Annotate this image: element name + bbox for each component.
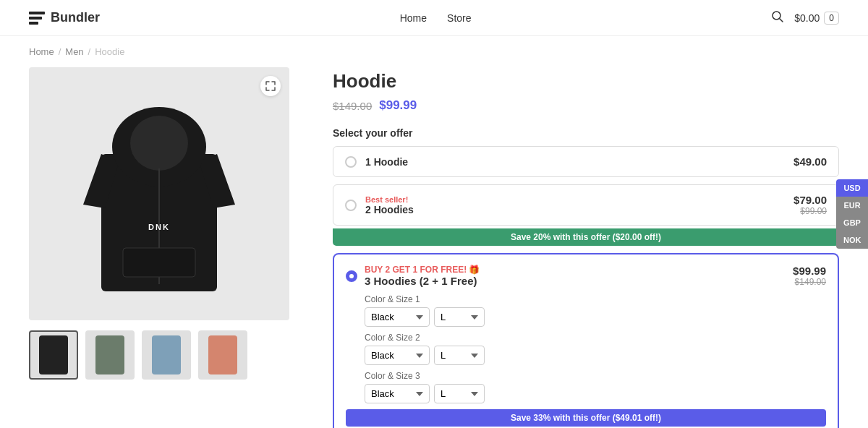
cart-badge: 0 xyxy=(824,12,839,25)
offer-card-1-content: 1 Hoodie xyxy=(365,156,785,168)
cart-price: $0.00 xyxy=(794,12,820,24)
offer-1-price: $49.00 xyxy=(793,155,827,168)
logo[interactable]: Bundler xyxy=(29,10,100,25)
thumbnail-green[interactable] xyxy=(85,330,135,380)
color-size-row-1: Color & Size 1 Black Green Blue Pink S M… xyxy=(365,294,826,327)
select-offer-label: Select your offer xyxy=(333,127,839,139)
size-select-2[interactable]: S M L XL xyxy=(434,346,485,365)
color-select-1[interactable]: Black Green Blue Pink xyxy=(365,307,430,327)
cart-button[interactable]: $0.00 0 xyxy=(794,12,839,25)
nav-home[interactable]: Home xyxy=(400,12,427,24)
size-select-1[interactable]: S M L XL xyxy=(434,307,485,327)
currency-sidebar: USD EUR GBP NOK xyxy=(836,179,868,249)
bundle-promo: BUY 2 GET 1 FOR FREE! 🎁 xyxy=(365,265,786,275)
color-size-row-2: Color & Size 2 Black Green Blue Pink S M… xyxy=(365,333,826,365)
expand-button[interactable] xyxy=(260,76,281,96)
sale-price: $99.99 xyxy=(379,98,417,113)
main-nav: Home Store xyxy=(400,12,472,24)
header: Bundler Home Store $0.00 0 xyxy=(0,0,868,36)
selects-row-3: Black Green Blue Pink S M L XL xyxy=(365,384,826,403)
logo-text: Bundler xyxy=(51,10,100,25)
thumbnail-blue[interactable] xyxy=(142,330,191,380)
svg-text:DNK: DNK xyxy=(148,223,170,231)
offer-2-pricing: $79.00 $99.00 xyxy=(793,194,827,216)
bundle-promo-title: BUY 2 GET 1 FOR FREE! 🎁 3 Hoodies (2 + 1… xyxy=(365,265,786,287)
thumbnail-pink[interactable] xyxy=(198,330,247,380)
offer-radio-1 xyxy=(345,156,357,168)
color-size-row-3: Color & Size 3 Black Green Blue Pink S M… xyxy=(365,371,826,403)
offer-2-badge: Best seller! xyxy=(365,195,785,204)
bundle-header: BUY 2 GET 1 FOR FREE! 🎁 3 Hoodies (2 + 1… xyxy=(346,265,826,287)
color-size-label-1: Color & Size 1 xyxy=(365,294,826,304)
nav-store[interactable]: Store xyxy=(447,12,471,24)
bundle-old-price: $149.00 xyxy=(793,277,826,287)
color-select-2[interactable]: Black Green Blue Pink xyxy=(365,346,430,365)
bundle-save-badge: Save 33% with this offer ($49.01 off!) xyxy=(346,409,826,427)
selects-row-1: Black Green Blue Pink S M L XL xyxy=(365,307,826,327)
price-row: $149.00 $99.99 xyxy=(333,98,839,113)
bundle-card[interactable]: BUY 2 GET 1 FOR FREE! 🎁 3 Hoodies (2 + 1… xyxy=(333,253,839,428)
offer-card-1[interactable]: 1 Hoodie $49.00 xyxy=(333,146,839,177)
original-price: $149.00 xyxy=(333,100,372,112)
color-size-label-3: Color & Size 3 xyxy=(365,371,826,381)
search-icon[interactable] xyxy=(771,10,784,25)
thumbnails xyxy=(29,330,304,380)
product-info: Hoodie $149.00 $99.99 Select your offer … xyxy=(333,67,839,428)
svg-line-1 xyxy=(780,19,783,22)
bundle-price: $99.99 xyxy=(793,265,826,277)
thumbnail-black[interactable] xyxy=(29,330,78,380)
offer-2-old-price: $99.00 xyxy=(793,206,827,216)
svg-point-6 xyxy=(130,116,188,171)
currency-gbp[interactable]: GBP xyxy=(836,214,868,231)
breadcrumb-sep2: / xyxy=(88,46,91,57)
offer-card-2-content: Best seller! 2 Hoodies xyxy=(365,195,785,215)
breadcrumb-men[interactable]: Men xyxy=(65,46,83,57)
bundle-body: Color & Size 1 Black Green Blue Pink S M… xyxy=(346,294,826,403)
logo-icon xyxy=(29,12,45,25)
currency-usd[interactable]: USD xyxy=(836,179,868,197)
breadcrumb-current: Hoodie xyxy=(95,46,124,57)
bundle-title: 3 Hoodies (2 + 1 Free) xyxy=(365,275,786,287)
color-select-3[interactable]: Black Green Blue Pink xyxy=(365,384,430,403)
currency-nok[interactable]: NOK xyxy=(836,231,868,249)
offer-2-price: $79.00 xyxy=(793,194,827,206)
product-image: DNK xyxy=(83,89,235,299)
breadcrumb: Home / Men / Hoodie xyxy=(0,36,868,67)
offer-2-name: 2 Hoodies xyxy=(365,204,785,215)
offer-card-2[interactable]: Best seller! 2 Hoodies $79.00 $99.00 xyxy=(333,184,839,226)
size-select-3[interactable]: S M L XL xyxy=(434,384,485,403)
product-image-section: DNK xyxy=(29,67,304,428)
offer-radio-2 xyxy=(345,200,357,211)
main-content: DNK Hoodie xyxy=(0,67,868,428)
product-title: Hoodie xyxy=(333,70,839,93)
main-image-wrapper: DNK xyxy=(29,67,289,320)
bundle-pricing: $99.99 $149.00 xyxy=(793,265,826,287)
bundle-radio xyxy=(346,270,357,282)
svg-rect-9 xyxy=(123,248,195,277)
selects-row-2: Black Green Blue Pink S M L XL xyxy=(365,346,826,365)
header-right: $0.00 0 xyxy=(771,10,839,25)
breadcrumb-sep1: / xyxy=(59,46,61,57)
offer-1-name: 1 Hoodie xyxy=(365,156,785,168)
currency-eur[interactable]: EUR xyxy=(836,197,868,214)
breadcrumb-home[interactable]: Home xyxy=(29,46,54,57)
offer-2-save-badge: Save 20% with this offer ($20.00 off!) xyxy=(333,228,839,246)
color-size-label-2: Color & Size 2 xyxy=(365,333,826,343)
